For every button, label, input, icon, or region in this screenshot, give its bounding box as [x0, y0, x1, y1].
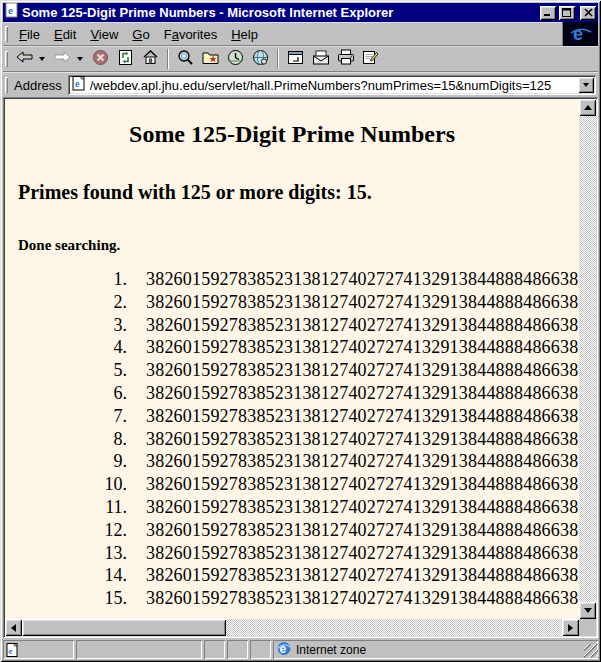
arrow-up-icon — [584, 105, 592, 110]
list-item-number: 13. — [5, 543, 127, 564]
prime-number-value: 3826015927838523138127402727413291384488… — [146, 337, 579, 358]
arrow-right-icon — [568, 624, 573, 632]
stop-button[interactable] — [88, 47, 113, 71]
status-document-pane: e — [3, 640, 74, 659]
scroll-right-button[interactable] — [562, 619, 579, 636]
maximize-button[interactable] — [559, 6, 575, 20]
address-url-input[interactable]: /webdev.apl.jhu.edu/servlet/hall.PrimeNu… — [90, 78, 574, 93]
title-bar[interactable]: e Some 125-Digit Prime Numbers - Microso… — [3, 3, 598, 22]
print-icon — [337, 49, 355, 69]
close-button[interactable] — [580, 6, 596, 20]
prime-list-item: 2.38260159278385231381274027274132913844… — [5, 292, 579, 315]
list-item-number: 9. — [5, 451, 127, 472]
list-item-number: 2. — [5, 292, 127, 313]
back-dropdown-button[interactable] — [37, 47, 46, 71]
chevron-down-icon — [39, 57, 45, 61]
search-icon — [177, 49, 194, 70]
status-bar: e e Internet zone — [3, 638, 598, 659]
prime-number-value: 3826015927838523138127402727413291384488… — [146, 292, 579, 313]
arrow-down-icon — [584, 608, 592, 613]
prime-list-item: 9.38260159278385231381274027274132913844… — [5, 451, 579, 474]
history-button[interactable] — [223, 47, 248, 71]
svg-text:e: e — [8, 4, 13, 16]
prime-list-item: 10.3826015927838523138127402727413291384… — [5, 474, 579, 497]
menu-item-go[interactable]: Go — [125, 25, 156, 44]
web-page: Some 125-Digit Prime Numbers Primes foun… — [5, 99, 579, 619]
menu-item-help[interactable]: Help — [224, 25, 265, 44]
prime-number-value: 3826015927838523138127402727413291384488… — [146, 497, 579, 518]
prime-list-item: 6.38260159278385231381274027274132913844… — [5, 383, 579, 406]
forward-dropdown-button[interactable] — [75, 47, 84, 71]
refresh-icon — [118, 49, 133, 70]
prime-list-item: 13.3826015927838523138127402727413291384… — [5, 543, 579, 566]
menubar-grip-handle[interactable] — [5, 26, 8, 41]
horizontal-scroll-track[interactable] — [226, 619, 562, 636]
vertical-scroll-track[interactable] — [579, 116, 596, 602]
document-icon: e — [5, 3, 19, 22]
prime-number-value: 3826015927838523138127402727413291384488… — [146, 588, 579, 609]
menu-item-file[interactable]: File — [12, 25, 47, 44]
list-item-number: 3. — [5, 315, 127, 336]
edit-button[interactable] — [358, 47, 383, 71]
back-button[interactable] — [12, 47, 37, 71]
menu-item-favorites[interactable]: Favorites — [157, 25, 224, 44]
channels-icon — [252, 49, 269, 70]
prime-list-item: 15.3826015927838523138127402727413291384… — [5, 588, 579, 611]
scroll-left-button[interactable] — [5, 619, 22, 636]
prime-list-item: 11.3826015927838523138127402727413291384… — [5, 497, 579, 520]
prime-list-item: 7.38260159278385231381274027274132913844… — [5, 406, 579, 429]
channels-button[interactable] — [248, 47, 273, 71]
home-icon — [142, 49, 159, 69]
horizontal-scroll-thumb[interactable] — [22, 619, 226, 636]
menu-item-edit[interactable]: Edit — [47, 25, 83, 44]
list-item-number: 12. — [5, 520, 127, 541]
scroll-down-button[interactable] — [579, 602, 596, 619]
ie-throbber-logo: e — [562, 22, 598, 46]
prime-list-item: 5.38260159278385231381274027274132913844… — [5, 360, 579, 383]
horizontal-scrollbar[interactable] — [5, 619, 579, 636]
toolbar-grip-handle[interactable] — [5, 51, 8, 68]
prime-number-value: 3826015927838523138127402727413291384488… — [146, 565, 579, 586]
prime-number-list: 1.38260159278385231381274027274132913844… — [5, 269, 579, 611]
forward-button[interactable] — [50, 47, 75, 71]
prime-number-value: 3826015927838523138127402727413291384488… — [146, 269, 579, 290]
search-button[interactable] — [173, 47, 198, 71]
home-button[interactable] — [138, 47, 163, 71]
fullscreen-button[interactable] — [283, 47, 308, 71]
refresh-button[interactable] — [113, 47, 138, 71]
arrow-left-icon — [11, 624, 16, 632]
list-item-number: 11. — [5, 497, 127, 518]
list-item-number: 6. — [5, 383, 127, 404]
addressbar-grip-handle[interactable] — [5, 77, 8, 94]
list-item-number: 15. — [5, 588, 127, 609]
list-item-number: 14. — [5, 565, 127, 586]
history-icon — [227, 49, 244, 70]
status-pane-3 — [250, 640, 271, 659]
window-title: Some 125-Digit Prime Numbers - Microsoft… — [22, 5, 537, 20]
forward-icon — [53, 49, 72, 69]
page-icon: e — [72, 76, 86, 95]
print-button[interactable] — [333, 47, 358, 71]
address-field[interactable]: e /webdev.apl.jhu.edu/servlet/hall.Prime… — [68, 75, 596, 95]
menu-item-view[interactable]: View — [83, 25, 125, 44]
fullscreen-icon — [287, 50, 304, 69]
prime-number-value: 3826015927838523138127402727413291384488… — [146, 474, 579, 495]
list-item-number: 10. — [5, 474, 127, 495]
favorites-button[interactable] — [198, 47, 223, 71]
status-pane-2 — [227, 640, 248, 659]
address-bar: Address e /webdev.apl.jhu.edu/servlet/ha… — [3, 72, 598, 97]
address-dropdown-button[interactable] — [578, 77, 594, 93]
svg-text:e: e — [75, 78, 80, 89]
window-resize-grip[interactable] — [584, 644, 598, 658]
scroll-up-button[interactable] — [579, 99, 596, 116]
vertical-scrollbar[interactable] — [579, 99, 596, 619]
zone-label: Internet zone — [296, 643, 366, 657]
status-pane-1 — [204, 640, 225, 659]
content-frame: Some 125-Digit Prime Numbers Primes foun… — [3, 97, 598, 638]
stop-icon — [92, 49, 109, 70]
mail-button[interactable] — [308, 47, 333, 71]
toolbar-separator — [167, 49, 169, 69]
minimize-button[interactable] — [540, 6, 556, 20]
address-label: Address — [12, 78, 68, 93]
page-title: Some 125-Digit Prime Numbers — [5, 121, 579, 148]
